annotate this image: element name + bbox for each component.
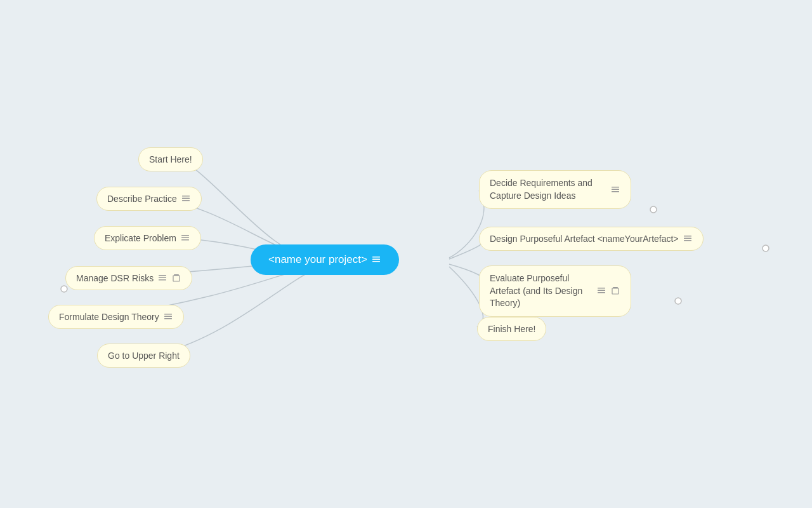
svg-rect-25 — [684, 240, 691, 241]
node-manage-dsr-risks[interactable]: Manage DSR Risks — [65, 266, 192, 290]
svg-rect-15 — [159, 279, 166, 281]
svg-rect-19 — [164, 318, 172, 319]
svg-rect-6 — [372, 261, 380, 262]
svg-rect-20 — [612, 187, 619, 188]
svg-point-1 — [763, 245, 769, 251]
svg-point-0 — [650, 206, 657, 213]
svg-rect-12 — [181, 239, 189, 241]
svg-rect-18 — [164, 316, 172, 318]
svg-rect-9 — [182, 200, 190, 201]
lines-icon-6 — [683, 234, 693, 244]
svg-rect-7 — [182, 196, 190, 197]
svg-rect-29 — [612, 288, 619, 294]
svg-rect-16 — [173, 276, 180, 281]
node-formulate-design-theory[interactable]: Formulate Design Theory — [48, 305, 184, 329]
node-manage-dsr-risks-label: Manage DSR Risks — [76, 273, 154, 283]
svg-rect-8 — [182, 198, 190, 199]
center-node[interactable]: <name your project> — [251, 244, 399, 275]
lines-icon-4 — [163, 312, 173, 322]
node-start-here-label: Start Here! — [149, 154, 192, 164]
svg-rect-17 — [164, 314, 172, 315]
node-explicate-problem-label: Explicate Problem — [105, 233, 176, 243]
clip-icon — [171, 273, 181, 283]
node-finish-here-label: Finish Here! — [488, 324, 535, 334]
node-evaluate-purposeful-label: Evaluate Purposeful Artefact (and Its De… — [490, 272, 593, 310]
node-decide-requirements-label: Decide Requirements and Capture Design I… — [490, 177, 606, 202]
menu-icon — [371, 255, 381, 265]
svg-rect-21 — [612, 189, 619, 190]
lines-icon-5 — [610, 185, 620, 195]
svg-rect-23 — [684, 236, 691, 237]
node-evaluate-purposeful[interactable]: Evaluate Purposeful Artefact (and Its De… — [479, 265, 631, 317]
node-design-purposeful-label: Design Purposeful Artefact <nameYourArte… — [490, 234, 679, 244]
svg-rect-10 — [181, 235, 189, 236]
clip-icon-2 — [610, 286, 620, 296]
lines-icon-7 — [596, 286, 606, 296]
svg-rect-22 — [612, 191, 619, 192]
svg-rect-13 — [159, 275, 166, 276]
node-describe-practice-label: Describe Practice — [107, 194, 177, 204]
node-describe-practice[interactable]: Describe Practice — [96, 187, 202, 211]
node-formulate-design-theory-label: Formulate Design Theory — [59, 312, 159, 322]
svg-rect-26 — [598, 288, 605, 289]
node-go-to-upper-right[interactable]: Go to Upper Right — [97, 344, 190, 368]
svg-rect-5 — [372, 259, 380, 260]
svg-rect-28 — [598, 292, 605, 293]
svg-rect-4 — [372, 257, 380, 258]
node-decide-requirements[interactable]: Decide Requirements and Capture Design I… — [479, 170, 631, 209]
svg-point-3 — [61, 286, 67, 292]
node-go-to-upper-right-label: Go to Upper Right — [108, 351, 180, 361]
lines-icon — [181, 194, 191, 204]
svg-rect-14 — [159, 277, 166, 279]
svg-rect-24 — [684, 238, 691, 239]
svg-rect-11 — [181, 237, 189, 239]
node-explicate-problem[interactable]: Explicate Problem — [94, 226, 201, 250]
node-design-purposeful[interactable]: Design Purposeful Artefact <nameYourArte… — [479, 227, 704, 251]
lines-icon-3 — [157, 273, 167, 283]
node-finish-here[interactable]: Finish Here! — [477, 317, 546, 341]
center-node-label: <name your project> — [268, 253, 367, 266]
node-start-here[interactable]: Start Here! — [138, 147, 203, 171]
lines-icon-2 — [180, 233, 190, 243]
svg-point-2 — [675, 298, 681, 304]
svg-rect-27 — [598, 290, 605, 291]
